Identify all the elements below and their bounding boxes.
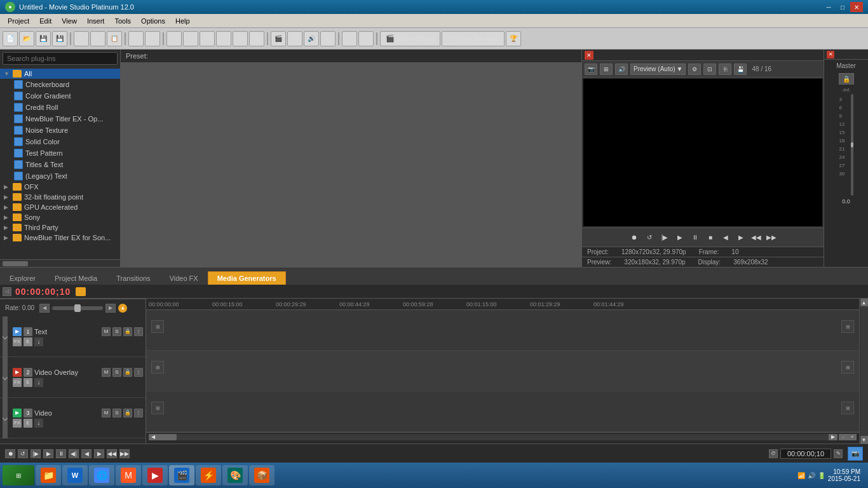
tree-item-titles-text[interactable]: Titles & Text [0, 159, 120, 170]
tab-media-generators[interactable]: Media Generators [208, 271, 286, 285]
master-lock-btn[interactable]: 🔒 [839, 73, 854, 85]
track-2-lock-btn[interactable]: 🔒 [123, 368, 132, 377]
transport-stop2-btn[interactable]: ◀| [69, 449, 79, 458]
track-2-menu-btn[interactable]: ⋮ [134, 368, 143, 377]
tab-video-fx[interactable]: Video FX [160, 271, 208, 285]
timeline-panel-btn[interactable]: ◁ [3, 287, 11, 296]
save-button[interactable]: 💾 [36, 31, 51, 46]
tool1[interactable]: ↖ [166, 31, 182, 46]
track-1-down-btn[interactable]: ↓ [34, 337, 43, 346]
vscroll-track[interactable] [860, 306, 868, 436]
redo-button[interactable]: ↷ [145, 31, 160, 46]
tree-item-newblue-titler[interactable]: NewBlue Titler EX - Op... [0, 113, 120, 125]
preview-save-btn[interactable]: 💾 [734, 64, 747, 75]
menu-view[interactable]: View [57, 16, 82, 26]
tree-scrollbar[interactable] [0, 259, 120, 267]
taskbar-file-explorer[interactable]: 📁 [36, 465, 61, 485]
preview-display-btn[interactable]: ⊞ [600, 64, 613, 75]
track-3-lock-btn[interactable]: 🔒 [123, 409, 132, 417]
prev-frame-btn[interactable]: ◀ [719, 232, 732, 243]
master-fader-knob[interactable] [851, 142, 853, 147]
track-1-menu-btn[interactable]: ⋮ [134, 327, 143, 336]
next-frame-btn[interactable]: ▶ [735, 232, 747, 243]
track-2-collapse-btn[interactable] [3, 357, 8, 398]
track-2-env-btn[interactable]: E [24, 378, 32, 387]
tree-item-third-party[interactable]: ▶ Third Party [0, 222, 120, 233]
taskbar-browser-chrome[interactable]: 🌐 [89, 465, 114, 485]
track-1-solo-btn[interactable]: S [112, 327, 121, 336]
scrollbar-thumb[interactable] [3, 261, 28, 266]
record-btn[interactable]: ⏺ [628, 232, 641, 243]
vscroll-up-btn[interactable]: ▲ [860, 299, 868, 306]
preview-copy-btn[interactable]: ⎘ [719, 64, 731, 75]
track-3-env-btn[interactable]: E [24, 419, 32, 428]
transport-timecode-display[interactable]: 00:00:00;10 [780, 449, 831, 459]
transport-play2-btn[interactable]: ▶ [43, 449, 53, 458]
taskbar-movie-studio[interactable]: 🎬 [169, 465, 194, 485]
tree-item-legacy-text[interactable]: (Legacy) Text [0, 170, 120, 182]
track-2-fx-btn[interactable]: FX [13, 378, 22, 387]
paste-button[interactable]: 📋 [107, 31, 122, 46]
master-fader-track[interactable] [851, 94, 853, 196]
tree-item-all[interactable]: ▼ All [0, 69, 120, 79]
tree-item-32bit[interactable]: ▶ 32-bit floating point [0, 192, 120, 202]
track-3-down-btn[interactable]: ↓ [34, 419, 43, 428]
taskbar-browser-w[interactable]: W [62, 465, 88, 485]
transport-rw2-btn[interactable]: ◀◀ [107, 449, 117, 458]
timeline-vscroll[interactable]: ▲ ▼ [859, 299, 868, 444]
track-lane-1[interactable]: ⊞ ⊞ [146, 310, 859, 351]
search-input[interactable] [3, 52, 118, 65]
track-lane-3[interactable]: ⊞ ⊞ [146, 391, 859, 432]
transport-next2-btn[interactable]: ▶ [94, 449, 104, 458]
menu-options[interactable]: Options [136, 16, 170, 26]
slow-rewind-btn[interactable]: ◀◀ [750, 232, 763, 243]
tree-item-noise-texture[interactable]: Noise Texture [0, 125, 120, 136]
track-2-solo-btn[interactable]: S [112, 368, 121, 377]
timecode-icon[interactable]: ⏱ [769, 449, 778, 458]
track-3-mute-btn[interactable]: M [102, 409, 111, 417]
tree-item-solid-color[interactable]: Solid Color [0, 136, 120, 147]
loop-btn[interactable]: ↺ [643, 232, 656, 243]
pause-btn[interactable]: ⏸ [689, 232, 702, 243]
taskbar-app8[interactable]: 📦 [249, 465, 275, 485]
scroll-zoom-out[interactable]: - [839, 434, 848, 440]
track-2-mute-btn[interactable]: M [102, 368, 111, 377]
stop-btn[interactable]: ■ [704, 232, 717, 243]
track-1-mute-btn[interactable]: M [102, 327, 111, 336]
open-button[interactable]: 📂 [19, 31, 34, 46]
timeline-ruler[interactable]: 00:00:00;00 00:00:15:00 00:00:29:29 00:0… [146, 299, 859, 310]
tool4[interactable]: ✏ [216, 31, 231, 46]
track-1-lock-btn[interactable]: 🔒 [123, 327, 132, 336]
taskbar-app7[interactable]: 🎨 [222, 465, 248, 485]
close-button[interactable]: ✕ [850, 2, 863, 12]
tree-item-gpu[interactable]: ▶ GPU Accelerated [0, 202, 120, 212]
menu-tools[interactable]: Tools [109, 16, 136, 26]
timecode-edit-btn[interactable]: ✎ [834, 449, 843, 458]
snapshot-btn[interactable]: 📷 [848, 447, 863, 461]
play-from-start-btn[interactable]: |▶ [658, 232, 671, 243]
render1[interactable]: 🎬 [271, 31, 286, 46]
slow-forward-btn[interactable]: ▶▶ [765, 232, 778, 243]
track-3-fx-btn[interactable]: FX [13, 419, 22, 428]
scroll-track[interactable] [158, 434, 829, 440]
undo-button[interactable]: ↶ [128, 31, 144, 46]
render4[interactable]: ⏯ [320, 31, 336, 46]
tree-item-test-pattern[interactable]: Test Pattern [0, 147, 120, 159]
cut-button[interactable]: ✂ [74, 31, 89, 46]
preview-snapshot-btn[interactable]: 📷 [585, 64, 597, 75]
taskbar-browser-m[interactable]: M [116, 465, 141, 485]
scroll-right-btn[interactable]: ▶ [829, 434, 837, 440]
menu-help[interactable]: Help [170, 16, 195, 26]
scroll-zoom-in[interactable]: + [848, 434, 857, 440]
rate-slider-thumb[interactable] [74, 304, 81, 312]
track-1-env-btn[interactable]: E [24, 337, 32, 346]
zoom-in[interactable]: + [342, 31, 357, 46]
menu-project[interactable]: Project [3, 16, 34, 26]
tree-item-newblue-sony[interactable]: ▶ NewBlue Titler EX for Son... [0, 233, 120, 243]
transport-prev2-btn[interactable]: ◀ [81, 449, 92, 458]
tool2[interactable]: ↔ [183, 31, 198, 46]
transport-record-btn[interactable]: ⏺ [5, 449, 15, 458]
track-1-collapse-btn[interactable] [3, 316, 8, 357]
tool6[interactable]: ⊞ [249, 31, 264, 46]
show-me-how-button[interactable]: ? Show Me How [442, 31, 505, 46]
